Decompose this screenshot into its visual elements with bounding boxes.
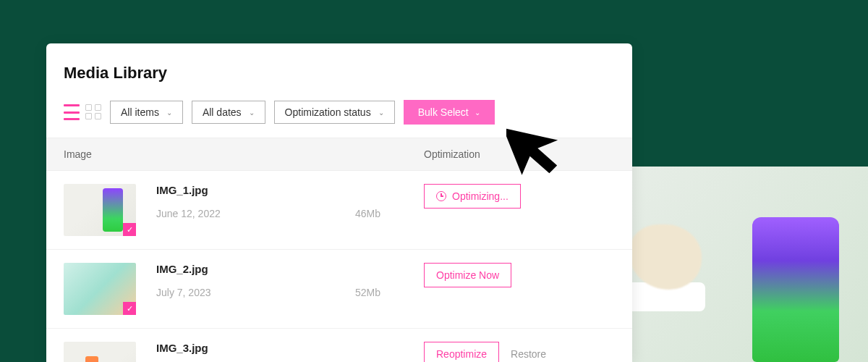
- file-size: 46Mb: [355, 208, 380, 219]
- decorative-sculpture: [629, 224, 702, 290]
- decorative-pedestal: [626, 282, 705, 311]
- optimize-label: Optimize Now: [436, 269, 499, 281]
- table-row: ✓ IMG_2.jpg July 7, 2023 52Mb Optimize N…: [46, 250, 632, 329]
- file-size: 52Mb: [355, 287, 380, 298]
- row-meta: IMG_1.jpg June 12, 2022 46Mb: [156, 184, 424, 219]
- filter-dates-label: All dates: [203, 106, 242, 118]
- thumbnail-wrapper[interactable]: ✓: [64, 184, 136, 236]
- file-subline: June 12, 2022 46Mb: [156, 208, 380, 219]
- file-subline: July 7, 2023 52Mb: [156, 287, 380, 298]
- filter-status-label: Optimization status: [285, 106, 371, 118]
- check-icon[interactable]: ✓: [123, 223, 136, 236]
- chevron-down-icon: ⌄: [378, 109, 384, 117]
- column-header-image: Image: [64, 148, 424, 160]
- optimize-now-button[interactable]: Optimize Now: [424, 263, 511, 287]
- chevron-down-icon: ⌄: [475, 109, 480, 117]
- optimize-label: Reoptimize: [436, 348, 487, 360]
- toolbar: All items ⌄ All dates ⌄ Optimization sta…: [46, 93, 632, 138]
- optimize-label: Optimizing...: [452, 190, 509, 202]
- row-meta: IMG_2.jpg July 7, 2023 52Mb: [156, 263, 424, 298]
- row-meta: IMG_3.jpg March 14, 2020 21Kb: [156, 342, 424, 362]
- decorative-bottle: [752, 217, 839, 362]
- restore-link[interactable]: Restore: [511, 348, 546, 360]
- list-view-icon[interactable]: [64, 104, 80, 120]
- thumbnail-wrapper[interactable]: ✓: [64, 263, 136, 315]
- optimization-cell: Optimize Now: [424, 263, 615, 287]
- table-header: Image Optimization: [46, 138, 632, 171]
- image-thumbnail: [64, 342, 136, 362]
- filter-status-dropdown[interactable]: Optimization status ⌄: [274, 101, 395, 124]
- optimization-cell: Reoptimize Restore: [424, 342, 615, 362]
- panel-header: Media Library: [46, 43, 632, 93]
- file-date: July 7, 2023: [156, 287, 211, 298]
- filter-items-label: All items: [121, 106, 159, 118]
- clock-icon: [436, 191, 446, 201]
- decorative-background: [593, 167, 868, 362]
- column-header-optimization: Optimization: [424, 148, 615, 160]
- filename[interactable]: IMG_3.jpg: [156, 342, 424, 354]
- optimizing-status-button[interactable]: Optimizing...: [424, 184, 521, 209]
- table-row: IMG_3.jpg March 14, 2020 21Kb Reoptimize…: [46, 329, 632, 362]
- media-library-panel: Media Library All items ⌄ All dates ⌄ Op…: [46, 43, 632, 362]
- filter-items-dropdown[interactable]: All items ⌄: [110, 101, 183, 124]
- table-row: ✓ IMG_1.jpg June 12, 2022 46Mb Optimizin…: [46, 171, 632, 250]
- view-toggle: [64, 104, 101, 120]
- grid-view-icon[interactable]: [85, 104, 101, 120]
- filename[interactable]: IMG_1.jpg: [156, 184, 424, 196]
- reoptimize-button[interactable]: Reoptimize: [424, 342, 499, 362]
- filter-dates-dropdown[interactable]: All dates ⌄: [192, 101, 265, 124]
- bulk-select-label: Bulk Select: [418, 106, 469, 118]
- filename[interactable]: IMG_2.jpg: [156, 263, 424, 275]
- chevron-down-icon: ⌄: [166, 109, 172, 117]
- thumbnail-wrapper[interactable]: [64, 342, 136, 362]
- optimization-cell: Optimizing...: [424, 184, 615, 209]
- bulk-select-button[interactable]: Bulk Select ⌄: [404, 100, 495, 125]
- file-date: June 12, 2022: [156, 208, 221, 219]
- chevron-down-icon: ⌄: [249, 109, 255, 117]
- page-title: Media Library: [64, 64, 615, 83]
- check-icon[interactable]: ✓: [123, 302, 136, 315]
